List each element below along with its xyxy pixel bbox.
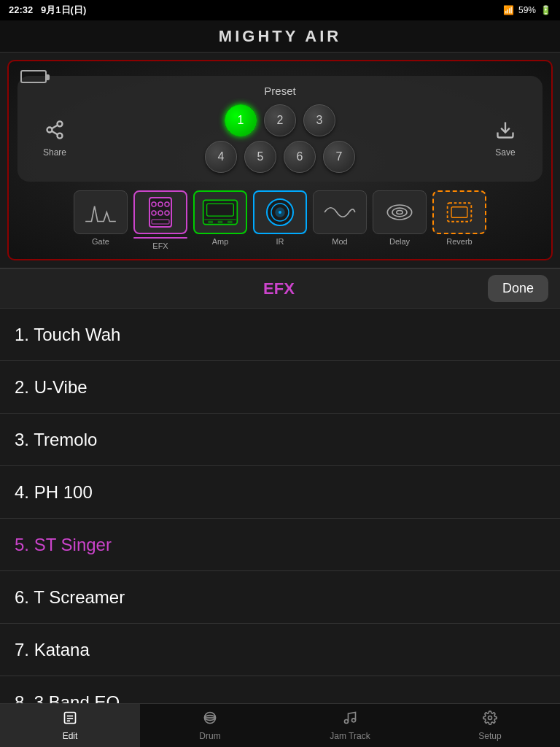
svg-point-26 <box>397 211 402 214</box>
wifi-icon: 📶 <box>503 5 514 15</box>
item-text: 6. T Screamer <box>15 587 125 608</box>
effect-mod[interactable]: Mod <box>313 190 367 250</box>
preset-btn-1[interactable]: 1 <box>225 104 257 136</box>
effect-efx[interactable]: EFX <box>133 190 187 250</box>
amp-battery-icon <box>20 70 47 83</box>
item-text-selected: 5. ST Singer <box>15 535 112 555</box>
effect-delay[interactable]: Delay <box>373 190 427 250</box>
ir-label: IR <box>276 237 284 246</box>
preset-btn-5[interactable]: 5 <box>244 141 276 173</box>
item-text: 3. Tremolo <box>15 430 97 450</box>
svg-rect-28 <box>451 207 467 218</box>
drum-icon <box>203 711 217 729</box>
amp-label: Amp <box>212 237 229 246</box>
effects-row: Gate EFX <box>18 190 542 250</box>
preset-buttons-row: Share 1 2 3 4 5 6 7 <box>29 104 531 173</box>
gate-label: Gate <box>92 237 109 246</box>
list-item[interactable]: 1. Touch Wah <box>0 309 560 361</box>
preset-btn-4[interactable]: 4 <box>205 141 237 173</box>
efx-btn[interactable] <box>133 190 187 234</box>
preset-btn-6[interactable]: 6 <box>284 141 316 173</box>
effect-amp[interactable]: Amp <box>193 190 247 250</box>
svg-point-1 <box>47 128 52 133</box>
efx-label: EFX <box>152 241 168 250</box>
svg-point-2 <box>58 133 63 139</box>
tab-edit-label: Edit <box>63 731 78 741</box>
save-label: Save <box>495 147 515 158</box>
item-text: 4. PH 100 <box>15 482 93 503</box>
item-text: 2. U-Vibe <box>15 377 88 398</box>
reverb-btn[interactable] <box>432 190 486 234</box>
svg-point-24 <box>387 205 411 220</box>
reverb-label: Reverb <box>446 237 472 246</box>
save-icon <box>495 120 516 144</box>
tab-setup[interactable]: Setup <box>420 704 560 747</box>
share-button[interactable]: Share <box>29 120 80 158</box>
svg-point-0 <box>58 121 63 126</box>
svg-point-37 <box>352 718 356 721</box>
preset-btn-3[interactable]: 3 <box>303 104 335 136</box>
amp-btn[interactable] <box>193 190 247 234</box>
app-title: MIGHTY AIR <box>219 27 341 46</box>
mod-btn[interactable] <box>313 190 367 234</box>
jamtrack-icon <box>343 711 357 729</box>
svg-rect-17 <box>208 221 213 223</box>
title-bar: MIGHTY AIR <box>0 20 560 53</box>
effect-ir[interactable]: IR <box>253 190 307 250</box>
effect-gate[interactable]: Gate <box>74 190 128 250</box>
share-icon <box>44 120 65 144</box>
mod-label: Mod <box>332 237 347 246</box>
amp-panel: Preset Share <box>0 53 560 269</box>
save-button[interactable]: Save <box>480 120 531 158</box>
setup-icon <box>483 711 497 729</box>
svg-rect-19 <box>228 221 233 223</box>
delay-label: Delay <box>389 237 410 246</box>
done-button[interactable]: Done <box>488 275 548 302</box>
efx-underline <box>133 237 187 239</box>
item-text: 7. Katana <box>15 640 90 660</box>
list-item[interactable]: 3. Tremolo <box>0 414 560 466</box>
list-item[interactable]: 6. T Screamer <box>0 571 560 624</box>
list-item[interactable]: 4. PH 100 <box>0 466 560 519</box>
efx-section-title: EFX <box>70 279 488 298</box>
svg-rect-18 <box>218 221 223 223</box>
svg-point-23 <box>279 211 281 214</box>
preset-btn-7[interactable]: 7 <box>323 141 355 173</box>
battery-text: 59% <box>518 5 536 15</box>
svg-point-25 <box>392 208 407 217</box>
battery-icon: 🔋 <box>540 5 551 15</box>
preset-label: Preset <box>29 85 531 97</box>
preset-btn-2[interactable]: 2 <box>264 104 296 136</box>
tab-bar: Edit Drum Jam Track Setup <box>0 703 560 747</box>
preset-panel: Preset Share <box>18 76 542 182</box>
svg-point-36 <box>345 719 349 723</box>
svg-point-38 <box>489 716 492 719</box>
amp-inner: Preset Share <box>7 60 553 260</box>
tab-setup-label: Setup <box>478 731 501 741</box>
share-label: Share <box>43 147 66 158</box>
svg-line-3 <box>52 131 58 135</box>
ir-btn[interactable] <box>253 190 307 234</box>
tab-drum[interactable]: Drum <box>140 704 280 747</box>
tab-jamtrack[interactable]: Jam Track <box>280 704 420 747</box>
status-time: 22:32 9月1日(日) <box>9 4 86 17</box>
list-item[interactable]: 5. ST Singer <box>0 519 560 571</box>
effect-list: 1. Touch Wah 2. U-Vibe 3. Tremolo 4. PH … <box>0 309 560 729</box>
edit-icon <box>63 711 77 729</box>
tab-edit[interactable]: Edit <box>0 704 140 747</box>
efx-section-header: EFX Done <box>0 269 560 309</box>
delay-btn[interactable] <box>373 190 427 234</box>
tab-jamtrack-label: Jam Track <box>330 731 370 741</box>
item-text: 1. Touch Wah <box>15 325 120 345</box>
preset-nums: 1 2 3 4 5 6 7 <box>80 104 480 173</box>
status-right: 📶 59% 🔋 <box>503 5 551 15</box>
preset-row-bottom: 4 5 6 7 <box>205 141 355 173</box>
gate-btn[interactable] <box>74 190 128 234</box>
preset-row-top: 1 2 3 <box>225 104 335 136</box>
list-item[interactable]: 7. Katana <box>0 624 560 676</box>
effect-reverb[interactable]: Reverb <box>432 190 486 250</box>
tab-drum-label: Drum <box>199 731 220 741</box>
status-bar: 22:32 9月1日(日) 📶 59% 🔋 <box>0 0 560 20</box>
svg-line-4 <box>52 125 58 129</box>
list-item[interactable]: 2. U-Vibe <box>0 361 560 414</box>
